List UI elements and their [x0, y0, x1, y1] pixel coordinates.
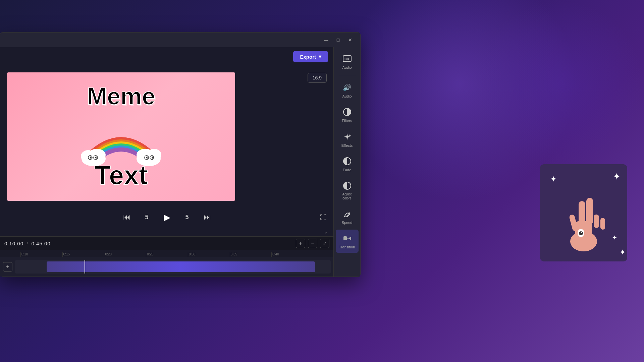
svg-rect-32 — [586, 198, 593, 225]
toolbar: Export ▾ — [0, 47, 333, 66]
timeline-zoom-controls: + − ⤢ — [296, 239, 329, 248]
skip-back-button[interactable]: ⏮ — [121, 211, 133, 223]
export-chevron-icon: ▾ — [319, 54, 321, 60]
svg-point-5 — [90, 157, 92, 159]
svg-point-17 — [153, 157, 153, 158]
minimize-button[interactable]: ― — [321, 35, 331, 45]
bg-blob-2 — [476, 0, 644, 168]
deco-star-2: ✦ — [620, 248, 626, 257]
effects-label: Effects — [341, 143, 353, 148]
svg-rect-34 — [594, 215, 599, 228]
playback-controls-row: ⏮ 5 ▶ 5 ⏭ ⛶ — [0, 207, 333, 227]
sidebar-item-transition[interactable]: Transition — [336, 230, 359, 253]
close-button[interactable]: ✕ — [345, 35, 355, 45]
speed-label: Speed — [342, 221, 353, 225]
total-time: 0:45.00 — [32, 241, 51, 246]
filters-label: Filters — [342, 119, 352, 123]
ruler-mark-4: 0:30 — [188, 252, 230, 257]
skip-forward-button[interactable]: ⏭ — [201, 211, 213, 223]
svg-point-6 — [95, 157, 97, 159]
transition-icon — [342, 233, 353, 244]
ruler-mark-5: 0:35 — [230, 252, 272, 257]
adjust-colors-label: Adjust colors — [338, 192, 356, 200]
title-bar: ― □ ✕ — [0, 33, 360, 47]
fade-icon — [342, 156, 353, 167]
ruler-mark-0: 0:10 — [20, 252, 62, 257]
captions-icon: CC — [342, 53, 353, 64]
fullscreen-button[interactable]: ⛶ — [320, 214, 327, 221]
filters-icon — [342, 107, 353, 117]
audio-label: Audio — [342, 94, 352, 99]
app-content: Export ▾ Meme — [0, 47, 360, 277]
sidebar-item-adjust-colors[interactable]: Adjust colors — [336, 177, 359, 204]
right-sidebar: CC Audio 🔊 Audio — [333, 47, 360, 277]
svg-text:CC: CC — [344, 57, 349, 61]
svg-rect-35 — [600, 218, 605, 230]
timeline-ruler: 0:10 0:15 0:20 0:25 0:30 0:35 0:40 — [0, 250, 333, 257]
forward-5-button[interactable]: 5 — [181, 211, 193, 223]
playhead[interactable] — [85, 260, 85, 274]
rewind-5-button[interactable]: 5 — [141, 211, 153, 223]
character-svg — [550, 181, 617, 261]
transition-label: Transition — [339, 245, 355, 249]
timeline-section: 0:10.00 / 0:45.00 + − ⤢ 0:10 0:15 — [0, 236, 333, 277]
sidebar-item-captions[interactable]: CC Audio — [336, 50, 359, 73]
zoom-plus-button[interactable]: + — [296, 239, 305, 248]
sidebar-item-audio[interactable]: 🔊 Audio — [336, 79, 359, 102]
star-icon-2: ✦ — [612, 234, 617, 241]
svg-point-37 — [579, 231, 583, 235]
meme-title-text: Meme — [87, 82, 155, 110]
track-area[interactable] — [15, 260, 331, 274]
add-track-button[interactable]: + — [3, 262, 12, 272]
sidebar-divider-1 — [339, 76, 356, 76]
svg-point-24 — [346, 216, 348, 217]
current-time: 0:10.00 — [4, 241, 23, 246]
svg-point-14 — [146, 157, 148, 159]
ruler-marks: 0:10 0:15 0:20 0:25 0:30 0:35 0:40 — [20, 252, 313, 257]
captions-label: Audio — [342, 65, 352, 70]
svg-point-38 — [581, 232, 582, 233]
sidebar-item-fade[interactable]: Fade — [336, 153, 359, 176]
main-area: Export ▾ Meme — [0, 47, 333, 277]
zoom-minus-button[interactable]: − — [308, 239, 317, 248]
star-icon-1: ✦ — [550, 174, 557, 184]
svg-point-15 — [152, 157, 154, 159]
svg-point-7 — [91, 157, 92, 158]
playback-controls: ⏮ 5 ▶ 5 ⏭ — [121, 207, 213, 227]
ruler-mark-3: 0:25 — [146, 252, 188, 257]
sidebar-item-speed[interactable]: Speed — [336, 205, 359, 228]
svg-marker-26 — [348, 236, 351, 240]
svg-rect-25 — [343, 236, 347, 240]
zoom-fit-button[interactable]: ⤢ — [320, 239, 329, 248]
export-label: Export — [300, 54, 316, 60]
video-subtitle-text: Text — [95, 160, 148, 191]
collapse-arrow[interactable]: ⌄ — [0, 227, 333, 236]
timeline-tracks: + — [0, 257, 333, 277]
audio-icon: 🔊 — [342, 82, 353, 93]
video-preview: Meme — [7, 72, 235, 201]
ruler-mark-2: 0:20 — [104, 252, 146, 257]
svg-point-8 — [96, 157, 97, 158]
maximize-button[interactable]: □ — [333, 35, 343, 45]
export-button[interactable]: Export ▾ — [293, 51, 328, 62]
app-window: ― □ ✕ Export ▾ Meme — [0, 32, 361, 277]
sidebar-item-effects[interactable]: Effects — [336, 128, 359, 151]
timeline-toolbar: 0:10.00 / 0:45.00 + − ⤢ — [0, 237, 333, 250]
fade-label: Fade — [343, 168, 351, 172]
svg-point-16 — [147, 157, 148, 158]
play-button[interactable]: ▶ — [161, 211, 173, 223]
effects-icon — [342, 131, 353, 142]
track-clip[interactable] — [47, 261, 315, 272]
sidebar-item-filters[interactable]: Filters — [336, 103, 359, 126]
ruler-mark-1: 0:15 — [62, 252, 104, 257]
aspect-ratio-badge[interactable]: 16:9 — [308, 73, 327, 83]
current-time-display: 0:10.00 / 0:45.00 — [4, 241, 51, 246]
collapse-icon: ⌄ — [324, 229, 328, 235]
svg-rect-31 — [579, 201, 585, 225]
speed-icon — [342, 208, 353, 219]
time-separator: / — [26, 241, 28, 246]
deco-star-1: ✦ — [613, 171, 621, 182]
video-container: Meme — [0, 66, 333, 207]
window-controls: ― □ ✕ — [321, 35, 355, 45]
ruler-mark-6: 0:40 — [271, 252, 313, 257]
